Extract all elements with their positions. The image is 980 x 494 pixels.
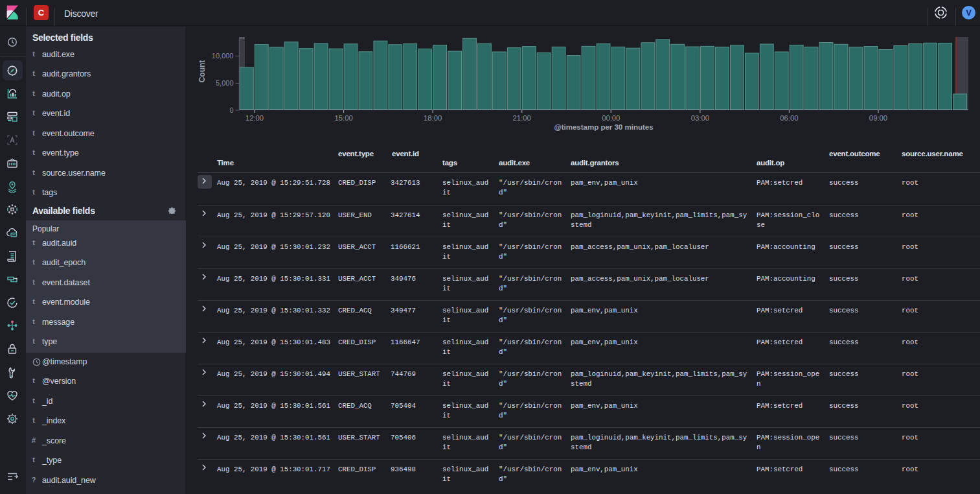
- svg-text:03:00: 03:00: [691, 114, 709, 122]
- svg-text:12:00: 12:00: [245, 114, 264, 122]
- svg-text:18:00: 18:00: [424, 114, 442, 122]
- svg-text:15:00: 15:00: [334, 114, 352, 122]
- svg-text:@timestamp per 30 minutes: @timestamp per 30 minutes: [554, 123, 653, 131]
- svg-text:09:00: 09:00: [869, 114, 887, 122]
- svg-text:0: 0: [229, 106, 233, 114]
- svg-text:06:00: 06:00: [780, 114, 798, 122]
- svg-text:Count: Count: [198, 60, 207, 83]
- svg-text:00:00: 00:00: [602, 114, 620, 122]
- svg-text:5,000: 5,000: [216, 79, 234, 87]
- svg-text:10,000: 10,000: [212, 52, 234, 60]
- svg-text:21:00: 21:00: [513, 114, 531, 122]
